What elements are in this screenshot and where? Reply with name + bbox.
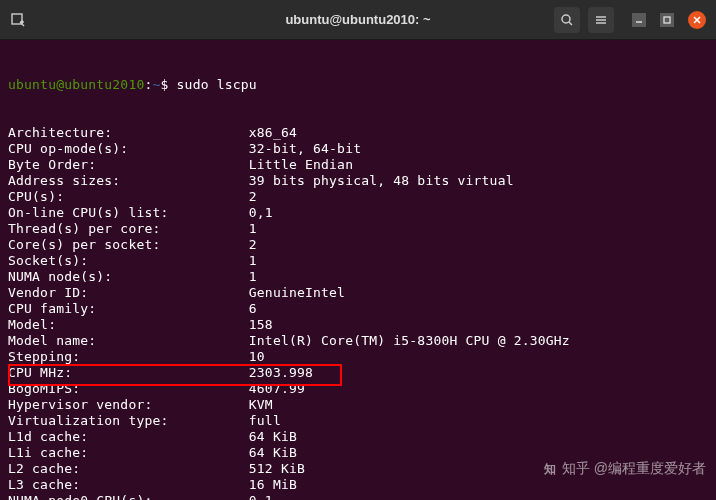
- new-tab-icon[interactable]: [10, 12, 26, 28]
- output-label: CPU MHz:: [8, 365, 249, 381]
- terminal-area[interactable]: ubuntu@ubuntu2010:~$ sudo lscpu Architec…: [0, 40, 716, 500]
- output-row: CPU(s): 2: [8, 189, 708, 205]
- command-text: sudo lscpu: [177, 77, 257, 93]
- hamburger-icon: [594, 13, 608, 27]
- output-value: 4607.99: [249, 381, 305, 397]
- prompt-dollar: $: [161, 77, 177, 93]
- output-value: 158: [249, 317, 273, 333]
- titlebar-right-controls: [554, 7, 706, 33]
- output-label: Model:: [8, 317, 249, 333]
- output-row: L3 cache: 16 MiB: [8, 477, 708, 493]
- prompt-path: ~: [153, 77, 161, 93]
- output-value: full: [249, 413, 281, 429]
- output-row: CPU family: 6: [8, 301, 708, 317]
- output-row: On-line CPU(s) list: 0,1: [8, 205, 708, 221]
- output-value: 1: [249, 253, 257, 269]
- output-label: Thread(s) per core:: [8, 221, 249, 237]
- output-value: 0,1: [249, 493, 273, 500]
- output-value: GenuineIntel: [249, 285, 345, 301]
- output-label: Hypervisor vendor:: [8, 397, 249, 413]
- output-row: CPU op-mode(s): 32-bit, 64-bit: [8, 141, 708, 157]
- output-label: On-line CPU(s) list:: [8, 205, 249, 221]
- output-value: 2303.998: [249, 365, 313, 381]
- command-output: Architecture: x86_64CPU op-mode(s): 32-b…: [8, 125, 708, 500]
- output-label: Address sizes:: [8, 173, 249, 189]
- output-value: 16 MiB: [249, 477, 297, 493]
- output-row: NUMA node0 CPU(s): 0,1: [8, 493, 708, 500]
- search-button[interactable]: [554, 7, 580, 33]
- svg-point-4: [562, 15, 570, 23]
- output-row: L2 cache: 512 KiB: [8, 461, 708, 477]
- output-row: Architecture: x86_64: [8, 125, 708, 141]
- output-value: Intel(R) Core(TM) i5-8300H CPU @ 2.30GHz: [249, 333, 570, 349]
- maximize-icon: [662, 15, 672, 25]
- output-label: BogoMIPS:: [8, 381, 249, 397]
- search-icon: [560, 13, 574, 27]
- output-label: L1d cache:: [8, 429, 249, 445]
- output-row: Address sizes: 39 bits physical, 48 bits…: [8, 173, 708, 189]
- output-label: Byte Order:: [8, 157, 249, 173]
- output-row: L1d cache: 64 KiB: [8, 429, 708, 445]
- output-row: L1i cache: 64 KiB: [8, 445, 708, 461]
- minimize-button[interactable]: [632, 13, 646, 27]
- output-label: Virtualization type:: [8, 413, 249, 429]
- minimize-icon: [634, 15, 644, 25]
- output-label: CPU(s):: [8, 189, 249, 205]
- output-row: Model name: Intel(R) Core(TM) i5-8300H C…: [8, 333, 708, 349]
- output-label: Core(s) per socket:: [8, 237, 249, 253]
- output-value: 64 KiB: [249, 429, 297, 445]
- menu-button[interactable]: [588, 7, 614, 33]
- output-row: Stepping: 10: [8, 349, 708, 365]
- output-row: Byte Order: Little Endian: [8, 157, 708, 173]
- window-title: ubuntu@ubuntu2010: ~: [285, 12, 430, 27]
- output-label: CPU op-mode(s):: [8, 141, 249, 157]
- output-row: Vendor ID: GenuineIntel: [8, 285, 708, 301]
- output-label: L1i cache:: [8, 445, 249, 461]
- output-label: Socket(s):: [8, 253, 249, 269]
- titlebar-left-controls: [10, 12, 26, 28]
- output-row: Model: 158: [8, 317, 708, 333]
- output-value: KVM: [249, 397, 273, 413]
- output-value: 2: [249, 237, 257, 253]
- output-value: 6: [249, 301, 257, 317]
- prompt-line: ubuntu@ubuntu2010:~$ sudo lscpu: [8, 77, 708, 93]
- output-row: NUMA node(s): 1: [8, 269, 708, 285]
- output-value: 64 KiB: [249, 445, 297, 461]
- output-row: Thread(s) per core: 1: [8, 221, 708, 237]
- output-row: Core(s) per socket: 2: [8, 237, 708, 253]
- output-row: Socket(s): 1: [8, 253, 708, 269]
- maximize-button[interactable]: [660, 13, 674, 27]
- output-label: Model name:: [8, 333, 249, 349]
- output-label: L2 cache:: [8, 461, 249, 477]
- output-label: NUMA node(s):: [8, 269, 249, 285]
- output-value: x86_64: [249, 125, 297, 141]
- output-label: Vendor ID:: [8, 285, 249, 301]
- output-row: Hypervisor vendor: KVM: [8, 397, 708, 413]
- prompt-separator: :: [144, 77, 152, 93]
- svg-line-5: [569, 22, 572, 25]
- output-value: 1: [249, 221, 257, 237]
- prompt-user-host: ubuntu@ubuntu2010: [8, 77, 144, 93]
- close-icon: [688, 11, 706, 29]
- output-value: 0,1: [249, 205, 273, 221]
- output-label: Stepping:: [8, 349, 249, 365]
- output-label: Architecture:: [8, 125, 249, 141]
- output-label: NUMA node0 CPU(s):: [8, 493, 249, 500]
- output-label: CPU family:: [8, 301, 249, 317]
- output-row: Virtualization type: full: [8, 413, 708, 429]
- output-value: 512 KiB: [249, 461, 305, 477]
- output-row: CPU MHz: 2303.998: [8, 365, 708, 381]
- output-value: 32-bit, 64-bit: [249, 141, 361, 157]
- output-row: BogoMIPS: 4607.99: [8, 381, 708, 397]
- svg-rect-10: [664, 17, 670, 23]
- output-value: 2: [249, 189, 257, 205]
- window-titlebar: ubuntu@ubuntu2010: ~: [0, 0, 716, 40]
- output-value: Little Endian: [249, 157, 353, 173]
- output-value: 10: [249, 349, 265, 365]
- output-label: L3 cache:: [8, 477, 249, 493]
- close-button[interactable]: [688, 11, 706, 29]
- output-value: 39 bits physical, 48 bits virtual: [249, 173, 514, 189]
- output-value: 1: [249, 269, 257, 285]
